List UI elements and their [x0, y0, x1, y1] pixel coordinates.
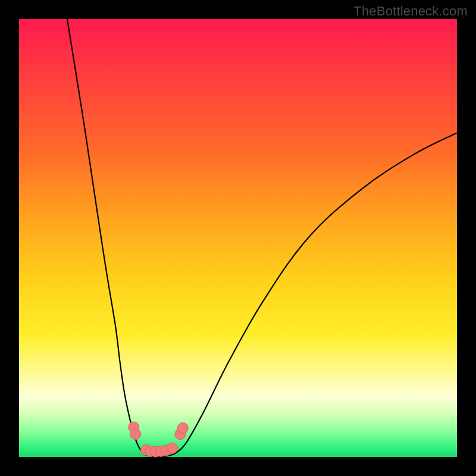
- data-marker: [177, 422, 188, 433]
- curve-right-branch: [174, 133, 457, 453]
- data-marker: [130, 429, 141, 440]
- data-marker: [167, 443, 178, 453]
- bottleneck-curve: [19, 19, 457, 457]
- chart-frame: TheBottleneck.com: [0, 0, 476, 476]
- plot-area: [19, 19, 457, 457]
- marker-group: [129, 422, 188, 457]
- watermark-text: TheBottleneck.com: [353, 4, 468, 19]
- curve-left-branch: [67, 19, 144, 455]
